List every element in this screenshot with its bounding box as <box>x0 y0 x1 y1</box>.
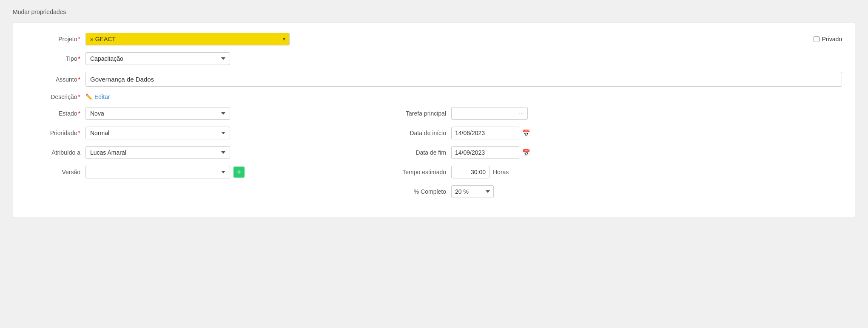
descricao-edit-link[interactable]: ✏️ Editar <box>85 93 110 100</box>
projeto-select-wrap: » GEACT ▾ <box>85 33 290 45</box>
projeto-select[interactable]: » GEACT <box>85 33 290 45</box>
tarefa-label: Tarefa principal <box>383 110 451 117</box>
form-card: Projeto* » GEACT ▾ Privado Tipo* Capacit… <box>13 22 855 218</box>
completo-label: % Completo <box>383 188 451 195</box>
versao-controls: + <box>85 166 245 178</box>
atribuido-row: Atribuído a Lucas Amaral <box>26 146 349 159</box>
estado-row: Estado* Nova <box>26 107 349 120</box>
completo-select[interactable]: 20 % <box>451 185 494 198</box>
page: Mudar propriedades Projeto* » GEACT ▾ Pr… <box>0 0 868 328</box>
prioridade-label: Prioridade* <box>26 130 85 136</box>
assunto-label: Assunto* <box>26 76 85 83</box>
assunto-row: Assunto* <box>26 72 842 87</box>
data-fim-row: Data de fim 📅 <box>383 146 842 159</box>
horas-label: Horas <box>493 169 509 175</box>
tempo-row: Tempo estimado Horas <box>383 166 842 178</box>
col-left: Estado* Nova Prioridade* Normal <box>26 107 349 205</box>
tipo-label: Tipo* <box>26 55 85 62</box>
projeto-row: Projeto* » GEACT ▾ Privado <box>26 33 842 45</box>
calendar-icon-fim: 📅 <box>522 149 530 157</box>
tempo-input[interactable] <box>451 166 489 178</box>
prioridade-select[interactable]: Normal <box>85 127 230 139</box>
calendar-icon-inicio: 📅 <box>522 129 530 137</box>
atribuido-select[interactable]: Lucas Amaral <box>85 146 230 159</box>
tipo-select[interactable]: Capacitação <box>85 52 230 65</box>
section-title: Mudar propriedades <box>13 8 855 15</box>
versao-row: Versão + <box>26 166 349 178</box>
descricao-row: Descrição* ✏️ Editar <box>26 93 842 100</box>
privado-wrap: Privado <box>814 36 842 42</box>
two-col-section: Estado* Nova Prioridade* Normal <box>26 107 842 205</box>
completo-row: % Completo 20 % <box>383 185 842 198</box>
tempo-label: Tempo estimado <box>383 169 451 175</box>
tarefa-row: Tarefa principal <box>383 107 842 120</box>
data-inicio-row: Data de início 📅 <box>383 127 842 139</box>
data-fim-label: Data de fim <box>383 149 451 156</box>
tarefa-input[interactable] <box>451 107 528 120</box>
data-fim-input[interactable] <box>451 146 519 159</box>
versao-label: Versão <box>26 169 85 175</box>
atribuido-label: Atribuído a <box>26 149 85 156</box>
estado-label: Estado* <box>26 110 85 117</box>
data-inicio-label: Data de início <box>383 130 451 136</box>
tipo-row: Tipo* Capacitação <box>26 52 842 65</box>
privado-label: Privado <box>822 36 842 42</box>
privado-checkbox[interactable] <box>814 36 820 42</box>
assunto-input[interactable] <box>85 72 842 87</box>
col-right: Tarefa principal Data de início 📅 Data d… <box>349 107 842 205</box>
pencil-icon: ✏️ <box>85 93 93 100</box>
data-inicio-input[interactable] <box>451 127 519 139</box>
estado-select[interactable]: Nova <box>85 107 230 120</box>
projeto-label: Projeto* <box>26 36 85 42</box>
descricao-label: Descrição* <box>26 93 85 100</box>
versao-add-button[interactable]: + <box>233 167 245 178</box>
prioridade-row: Prioridade* Normal <box>26 127 349 139</box>
versao-select[interactable] <box>85 166 230 178</box>
